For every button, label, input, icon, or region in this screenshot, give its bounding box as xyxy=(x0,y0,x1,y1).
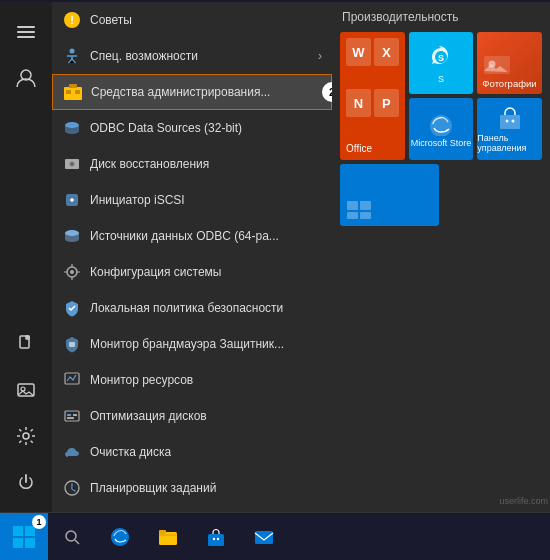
taskschd-label: Планировщик заданий xyxy=(90,481,216,495)
app-item-odbc64[interactable]: Источники данных ODBC (64-ра... xyxy=(52,218,332,254)
svg-text:S: S xyxy=(438,52,444,62)
svg-rect-10 xyxy=(69,84,77,88)
user-avatar-button[interactable] xyxy=(6,58,46,98)
app-item-spets[interactable]: Спец. возможности › xyxy=(52,38,332,74)
localpolicy-icon xyxy=(62,298,82,318)
app-item-admin-tools[interactable]: Средства администрирования... xyxy=(52,74,332,110)
left-sidebar xyxy=(0,2,52,512)
svg-rect-12 xyxy=(75,90,80,94)
sidebar-bottom xyxy=(6,324,46,502)
app-item-localpolicy[interactable]: Локальная политика безопасности xyxy=(52,290,332,326)
sysconfig-icon xyxy=(62,262,82,282)
store-tile-label: Панель управления xyxy=(477,133,542,153)
app-item-resmon[interactable]: Монитор ресурсов xyxy=(52,362,332,398)
photos-tile-icon xyxy=(482,53,512,78)
svg-rect-25 xyxy=(73,414,77,416)
app-item-sovety[interactable]: ! Советы xyxy=(52,2,332,38)
svg-rect-44 xyxy=(360,212,371,219)
spets-arrow: › xyxy=(318,49,322,63)
disk-recovery-icon xyxy=(62,154,82,174)
search-taskbar-button[interactable] xyxy=(48,513,96,561)
svg-point-39 xyxy=(505,120,508,123)
svg-rect-11 xyxy=(66,90,71,94)
mail-taskbar-icon xyxy=(253,526,275,548)
svg-rect-38 xyxy=(500,115,520,129)
taskbar: 1 xyxy=(0,512,550,560)
firewall-label: Монитор брандмауэра Защитник... xyxy=(90,337,284,351)
sovety-icon: ! xyxy=(62,10,82,30)
svg-point-50 xyxy=(213,537,215,539)
settings-button[interactable] xyxy=(6,416,46,456)
app-item-defrag[interactable]: Оптимизация дисков xyxy=(52,398,332,434)
odbc64-icon xyxy=(62,226,82,246)
start-menu: ! Советы Спец. возможности › Средства ад… xyxy=(0,2,550,512)
tiles-panel: Производительность W X N P Office xyxy=(332,2,550,512)
power-button[interactable] xyxy=(6,462,46,502)
control-panel-tile-icon xyxy=(345,199,373,221)
explorer-taskbar-button[interactable] xyxy=(144,513,192,561)
mail-taskbar-button[interactable] xyxy=(240,513,288,561)
tile-edge[interactable]: Microsoft Store xyxy=(409,98,474,160)
app-item-taskschd[interactable]: Планировщик заданий xyxy=(52,470,332,506)
svg-point-20 xyxy=(70,270,74,274)
svg-rect-21 xyxy=(69,342,75,347)
iscsi-label: Инициатор iSCSI xyxy=(90,193,185,207)
svg-rect-42 xyxy=(360,201,371,210)
app-item-iscsi[interactable]: Инициатор iSCSI xyxy=(52,182,332,218)
start-badge: 1 xyxy=(32,515,46,529)
svg-rect-23 xyxy=(65,411,79,421)
store-taskbar-button[interactable] xyxy=(192,513,240,561)
localpolicy-label: Локальная политика безопасности xyxy=(90,301,283,315)
odbc32-label: ODBC Data Sources (32-bit) xyxy=(90,121,242,135)
svg-rect-52 xyxy=(255,531,273,544)
office-onenote-icon: N xyxy=(346,89,371,117)
odbc64-label: Источники данных ODBC (64-ра... xyxy=(90,229,279,243)
tile-office[interactable]: W X N P Office xyxy=(340,32,405,160)
firewall-icon xyxy=(62,334,82,354)
documents-button[interactable] xyxy=(6,324,46,364)
sovety-label: Советы xyxy=(90,13,132,27)
defrag-icon xyxy=(62,406,82,426)
admin-tools-icon xyxy=(63,82,83,102)
skype-tile-icon: S xyxy=(427,43,455,71)
svg-point-40 xyxy=(511,120,514,123)
svg-point-45 xyxy=(66,531,76,541)
hamburger-button[interactable] xyxy=(6,12,46,52)
tile-skype[interactable]: S S xyxy=(409,32,474,94)
app-item-diskclean[interactable]: Очистка диска xyxy=(52,434,332,470)
tile-control-panel[interactable] xyxy=(340,164,439,226)
search-taskbar-icon xyxy=(63,528,81,546)
iscsi-icon xyxy=(62,190,82,210)
explorer-taskbar-icon xyxy=(157,526,179,548)
edge-taskbar-button[interactable] xyxy=(96,513,144,561)
windows-icon xyxy=(13,526,35,548)
pictures-button[interactable] xyxy=(6,370,46,410)
office-word-icon: W xyxy=(346,38,371,66)
svg-point-16 xyxy=(71,163,73,165)
office-ppt-icon: P xyxy=(374,89,399,117)
svg-text:!: ! xyxy=(70,14,74,26)
store-taskbar-icon xyxy=(205,526,227,548)
tile-photos[interactable]: Фотографии xyxy=(477,32,542,94)
app-item-firewall[interactable]: Монитор брандмауэра Защитник... xyxy=(52,326,332,362)
sysconfig-label: Конфигурация системы xyxy=(90,265,221,279)
svg-line-46 xyxy=(75,540,79,544)
svg-rect-48 xyxy=(159,530,166,534)
disk-recovery-label: Диск восстановления xyxy=(90,157,209,171)
office-tile-label: Office xyxy=(346,143,372,154)
tile-store[interactable]: Панель управления xyxy=(477,98,542,160)
app-item-odbc32[interactable]: ODBC Data Sources (32-bit) xyxy=(52,110,332,146)
svg-rect-49 xyxy=(208,534,224,546)
app-list-panel: ! Советы Спец. возможности › Средства ад… xyxy=(52,2,332,512)
tiles-section-title: Производительность xyxy=(340,10,542,24)
diskclean-label: Очистка диска xyxy=(90,445,171,459)
defrag-label: Оптимизация дисков xyxy=(90,409,207,423)
store-tile-icon xyxy=(496,105,524,131)
app-item-disk-recovery[interactable]: Диск восстановления xyxy=(52,146,332,182)
skype-tile-label: S xyxy=(438,74,444,84)
svg-point-5 xyxy=(23,433,29,439)
spets-label: Спец. возможности xyxy=(90,49,198,63)
edge-tile-icon xyxy=(426,111,456,136)
app-item-sysconfig[interactable]: Конфигурация системы xyxy=(52,254,332,290)
svg-rect-26 xyxy=(67,417,74,419)
